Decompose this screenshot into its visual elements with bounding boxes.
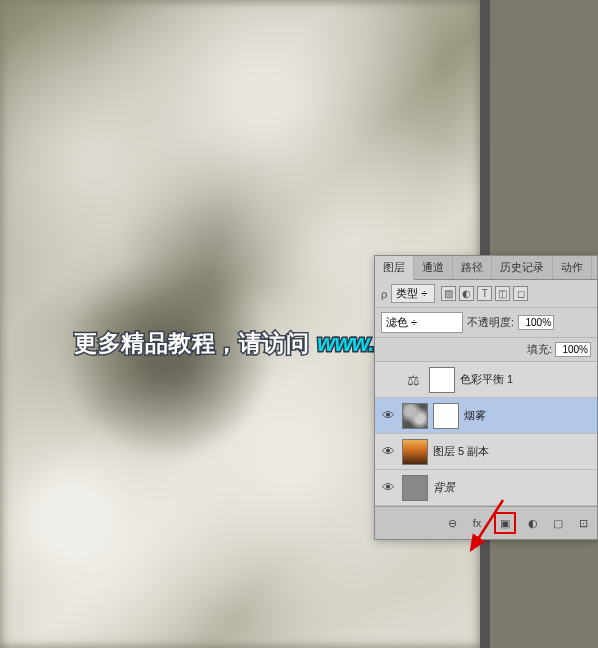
layer-item-copy[interactable]: 👁 图层 5 副本 [375, 434, 597, 470]
adjustment-layer-icon[interactable]: ◐ [525, 515, 541, 531]
visibility-toggle[interactable]: 👁 [379, 479, 397, 497]
layer-thumbnail[interactable] [402, 475, 428, 501]
new-layer-icon[interactable]: ⊡ [575, 515, 591, 531]
layer-item-smoke[interactable]: 👁 烟雾 [375, 398, 597, 434]
filter-text-icon[interactable]: T [477, 286, 492, 301]
opacity-input[interactable] [518, 315, 554, 330]
tab-channels[interactable]: 通道 [414, 256, 453, 279]
filter-smart-icon[interactable]: ◻ [513, 286, 528, 301]
filter-type-select[interactable]: 类型 ÷ [391, 284, 435, 303]
visibility-toggle[interactable]: 👁 [379, 443, 397, 461]
tab-history[interactable]: 历史记录 [492, 256, 553, 279]
folder-icon[interactable]: ▢ [550, 515, 566, 531]
visibility-toggle[interactable]: 👁 [379, 407, 397, 425]
tab-layers[interactable]: 图层 [375, 256, 414, 280]
visibility-toggle[interactable] [379, 371, 397, 389]
lock-row: 填充: [375, 338, 597, 362]
layer-name[interactable]: 图层 5 副本 [433, 444, 489, 459]
chevron-icon: ÷ [421, 287, 427, 299]
filter-type-label: 类型 [396, 287, 418, 299]
watermark-text: 更多精品教程，请访问 [74, 328, 309, 359]
layer-thumbnail[interactable] [402, 439, 428, 465]
layer-name[interactable]: 烟雾 [464, 408, 486, 423]
tab-paths[interactable]: 路径 [453, 256, 492, 279]
layer-thumbnail[interactable] [402, 403, 428, 429]
search-icon[interactable]: ρ [381, 288, 387, 300]
balance-scale-icon: ⚖ [402, 371, 424, 389]
layer-name[interactable]: 背景 [433, 480, 455, 495]
layer-name[interactable]: 色彩平衡 1 [460, 372, 513, 387]
filter-shape-icon[interactable]: ◫ [495, 286, 510, 301]
chevron-down-icon: ÷ [411, 316, 417, 328]
filter-row: ρ 类型 ÷ ▨ ◐ T ◫ ◻ [375, 280, 597, 308]
tab-actions[interactable]: 动作 [553, 256, 592, 279]
blend-row: 滤色 ÷ 不透明度: [375, 308, 597, 338]
annotation-arrow [463, 495, 513, 565]
layer-item-color-balance[interactable]: ⚖ 色彩平衡 1 [375, 362, 597, 398]
layer-mask-thumbnail[interactable] [433, 403, 459, 429]
fill-input[interactable] [555, 342, 591, 357]
opacity-label: 不透明度: [467, 315, 514, 330]
filter-icons: ▨ ◐ T ◫ ◻ [441, 286, 528, 301]
filter-image-icon[interactable]: ▨ [441, 286, 456, 301]
svg-line-0 [471, 500, 503, 550]
layer-list: ⚖ 色彩平衡 1 👁 烟雾 👁 图层 5 副本 👁 背景 [375, 362, 597, 506]
panel-tabs: 图层 通道 路径 历史记录 动作 [375, 256, 597, 280]
blend-mode-value: 滤色 [386, 316, 408, 328]
filter-adjustment-icon[interactable]: ◐ [459, 286, 474, 301]
layer-thumbnail[interactable] [429, 367, 455, 393]
blend-mode-select[interactable]: 滤色 ÷ [381, 312, 463, 333]
link-layers-icon[interactable]: ⊖ [444, 515, 460, 531]
fill-label: 填充: [527, 342, 552, 357]
